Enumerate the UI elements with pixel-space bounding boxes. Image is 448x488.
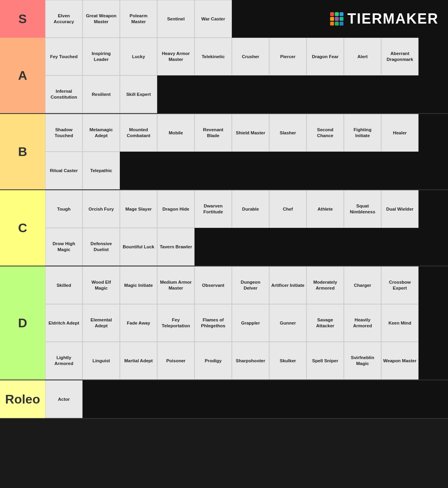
tier-rows: AFey TouchedInspiring LeaderLuckyHeavy A… [0,38,448,419]
header-row: S Elven AccuracyGreat Weapon MasterPolea… [0,0,448,38]
feat-cell[interactable]: Shield Master [232,114,269,152]
feat-cell[interactable]: Flames of Phlegethos [195,304,232,342]
s-tier-header-label: S [18,12,27,26]
feat-cell[interactable]: Lightly Armored [45,342,83,380]
feat-cell[interactable]: Second Chance [307,114,344,152]
feat-cell[interactable]: Keen Mind [381,304,419,342]
feat-cell[interactable]: Dragon Hide [157,190,195,228]
feat-cell[interactable]: Skulker [269,342,307,380]
feat-cell[interactable]: Healer [381,114,419,152]
feat-cell[interactable]: Bountiful Luck [120,228,157,266]
feat-cell[interactable]: Fade Away [120,304,157,342]
feat-cell[interactable]: Telekinetic [195,38,232,75]
feat-cell[interactable]: Great Weapon Master [83,0,120,38]
feat-cell[interactable]: Mobile [157,114,195,152]
feat-cell[interactable]: Svirfneblin Magic [344,342,381,380]
feat-cell[interactable]: Linguist [83,342,120,380]
tier-row-b: BShadow TouchedMetamagic AdeptMounted Co… [0,114,448,190]
feat-cell[interactable]: Metamagic Adept [83,114,120,152]
feat-cell[interactable]: Martial Adept [120,342,157,380]
s-tier-feats: Elven AccuracyGreat Weapon MasterPolearm… [45,0,299,38]
feat-cell[interactable]: Mage Slayer [120,190,157,228]
feat-cell[interactable]: Mounted Combatant [120,114,157,152]
feat-cell[interactable]: Dragon Fear [307,38,344,75]
feat-cell[interactable]: Elven Accuracy [45,0,83,38]
feat-cell[interactable]: Fighting Initiate [344,114,381,152]
tier-row-c: CToughOrcish FuryMage SlayerDragon HideD… [0,190,448,266]
feat-cell[interactable]: Weapon Master [381,342,419,380]
feat-cell[interactable]: Polearm Master [120,0,157,38]
feat-cell[interactable]: Skilled [45,266,83,304]
feat-cell[interactable]: Crossbow Expert [381,266,419,304]
tier-label-roleo: Roleo [0,380,45,418]
feat-cell[interactable]: Medium Armor Master [157,266,195,304]
feat-cell[interactable]: Moderately Armored [307,266,344,304]
tier-row-d: DSkilledWood Elf MagicMagic InitiateMedi… [0,266,448,380]
tiermaker-logo: TiERMAKER [330,11,439,27]
feat-cell[interactable]: Heavily Armored [344,304,381,342]
feat-cell[interactable]: Defensive Duelist [83,228,120,266]
feat-cell[interactable]: Infernal Constitution [45,75,83,113]
feat-cell[interactable]: Chef [269,190,307,228]
feat-cell[interactable]: Dungeon Delver [232,266,269,304]
feat-cell[interactable]: Heavy Armor Master [157,38,195,75]
feat-cell[interactable]: Observant [195,266,232,304]
feat-cell[interactable]: Athlete [307,190,344,228]
feat-cell[interactable]: Inspiring Leader [83,38,120,75]
feat-cell[interactable]: Elemental Adept [83,304,120,342]
feat-cell[interactable]: Fey Touched [45,38,83,75]
tier-content-a: Fey TouchedInspiring LeaderLuckyHeavy Ar… [45,38,448,113]
tier-list-container: S Elven AccuracyGreat Weapon MasterPolea… [0,0,448,419]
feat-cell[interactable]: Shadow Touched [45,114,83,152]
feat-cell[interactable]: Lucky [120,38,157,75]
feat-cell[interactable]: Magic Initiate [120,266,157,304]
feat-cell[interactable]: War Caster [195,0,232,38]
tier-label-c: C [0,190,45,266]
logo-icon [330,12,343,26]
feat-cell[interactable]: Slasher [269,114,307,152]
feat-cell[interactable]: Revenant Blade [195,114,232,152]
feat-cell[interactable]: Sharpshooter [232,342,269,380]
tier-content-roleo: Actor [45,380,448,418]
feat-cell[interactable]: Wood Elf Magic [83,266,120,304]
feat-cell[interactable]: Ritual Caster [45,152,83,189]
feat-cell[interactable]: Drow High Magic [45,228,83,266]
feat-cell[interactable]: Poisoner [157,342,195,380]
feat-cell[interactable]: Piercer [269,38,307,75]
tier-content-b: Shadow TouchedMetamagic AdeptMounted Com… [45,114,448,189]
feat-cell[interactable]: Spell Sniper [307,342,344,380]
tier-content-c: ToughOrcish FuryMage SlayerDragon HideDw… [45,190,448,266]
feat-cell[interactable]: Dual Wielder [381,190,419,228]
feat-cell[interactable]: Alert [344,38,381,75]
feat-cell[interactable]: Squat Nimbleness [344,190,381,228]
tier-row-roleo: RoleoActor [0,380,448,419]
feat-cell[interactable]: Telepathic [83,152,120,189]
feat-cell[interactable]: Tough [45,190,83,228]
tier-label-a: A [0,38,45,113]
tier-row-a: AFey TouchedInspiring LeaderLuckyHeavy A… [0,38,448,114]
feat-cell[interactable]: Fey Teleportation [157,304,195,342]
logo-text: TiERMAKER [347,11,439,27]
feat-cell[interactable]: Charger [344,266,381,304]
feat-cell[interactable]: Durable [232,190,269,228]
feat-cell[interactable]: Prodigy [195,342,232,380]
feat-cell[interactable]: Orcish Fury [83,190,120,228]
feat-cell[interactable]: Sentinel [157,0,195,38]
tier-content-d: SkilledWood Elf MagicMagic InitiateMediu… [45,266,448,380]
tier-label-d: D [0,266,45,380]
feat-cell[interactable]: Tavern Brawler [157,228,195,266]
feat-cell[interactable]: Grappler [232,304,269,342]
feat-cell[interactable]: Resilient [83,75,120,113]
logo-area: TiERMAKER [299,0,448,38]
feat-cell[interactable]: Aberrant Dragonmark [381,38,419,75]
tier-label-b: B [0,114,45,189]
feat-cell[interactable]: Artificer Initiate [269,266,307,304]
feat-cell[interactable]: Dwarven Fortitude [195,190,232,228]
feat-cell[interactable]: Actor [45,380,83,418]
feat-cell[interactable]: Eldritch Adept [45,304,83,342]
feat-cell[interactable]: Crusher [232,38,269,75]
feat-cell[interactable]: Skill Expert [120,75,157,113]
feat-cell[interactable]: Gunner [269,304,307,342]
feat-cell[interactable]: Savage Attacker [307,304,344,342]
